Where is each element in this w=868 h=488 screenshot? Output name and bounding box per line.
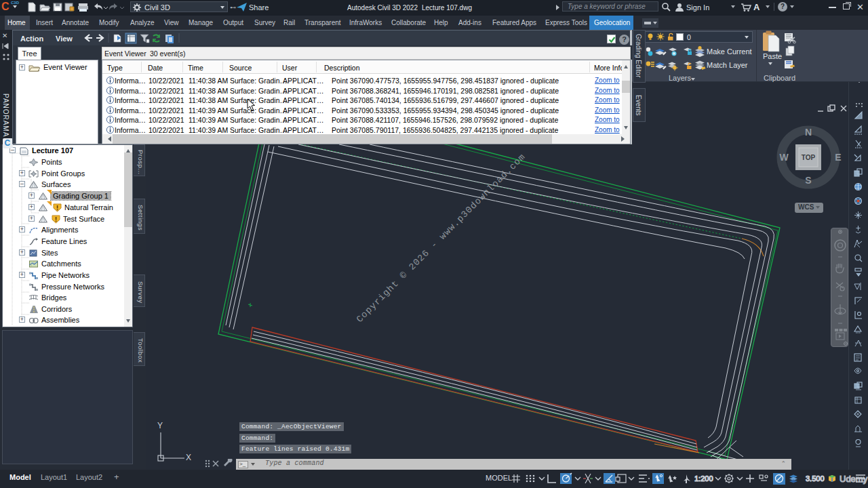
svg-text:1:200: 1:200 xyxy=(694,474,713,483)
svg-text:TOP: TOP xyxy=(802,154,816,161)
svg-text:E: E xyxy=(835,152,841,163)
svg-text:N: N xyxy=(805,127,812,138)
svg-text:W: W xyxy=(779,152,789,163)
svg-text:Y: Y xyxy=(157,421,163,430)
svg-text:X: X xyxy=(186,453,191,462)
svg-text:S: S xyxy=(805,175,811,186)
svg-text:3.500: 3.500 xyxy=(806,474,825,483)
